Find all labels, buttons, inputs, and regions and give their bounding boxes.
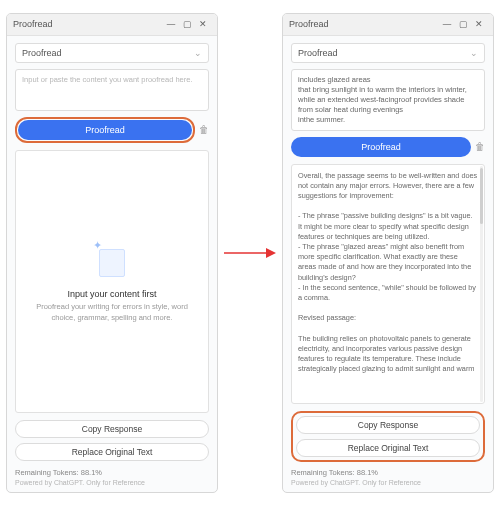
window-title: Proofread	[13, 19, 163, 29]
close-icon[interactable]: ✕	[195, 19, 211, 29]
arrow-icon	[224, 245, 276, 261]
highlight-proofread: Proofread	[15, 117, 195, 143]
copy-response-button[interactable]: Copy Response	[15, 420, 209, 438]
result-area: ✦ Input your content first Proofread you…	[15, 150, 209, 413]
remaining-tokens: Remaining Tokens: 88.1%	[15, 468, 209, 477]
panel-after: Proofread — ▢ ✕ Proofread ⌄ includes gla…	[282, 13, 494, 493]
remaining-tokens: Remaining Tokens: 88.1%	[291, 468, 485, 477]
svg-marker-1	[266, 248, 276, 258]
mode-select-label: Proofread	[298, 48, 470, 58]
chevron-down-icon: ⌄	[470, 48, 478, 58]
copy-response-button[interactable]: Copy Response	[296, 416, 480, 434]
maximize-icon[interactable]: ▢	[179, 19, 195, 29]
proofread-button[interactable]: Proofread	[291, 137, 471, 157]
maximize-icon[interactable]: ▢	[455, 19, 471, 29]
panel-before: Proofread — ▢ ✕ Proofread ⌄ Input or pas…	[6, 13, 218, 493]
result-area: Overall, the passage seems to be well-wr…	[291, 164, 485, 404]
result-text: Overall, the passage seems to be well-wr…	[298, 171, 478, 375]
input-text: includes glazed areas that bring sunligh…	[298, 75, 469, 125]
minimize-icon[interactable]: —	[439, 19, 455, 29]
minimize-icon[interactable]: —	[163, 19, 179, 29]
content-input[interactable]: Input or paste the content you want proo…	[15, 69, 209, 111]
replace-original-button[interactable]: Replace Original Text	[15, 443, 209, 461]
empty-subtitle: Proofread your writing for errors in sty…	[22, 302, 202, 322]
mode-select[interactable]: Proofread ⌄	[291, 43, 485, 63]
highlight-actions: Copy Response Replace Original Text	[291, 411, 485, 462]
scrollbar-thumb[interactable]	[480, 168, 483, 224]
arrow-between	[218, 245, 282, 261]
close-icon[interactable]: ✕	[471, 19, 487, 29]
empty-title: Input your content first	[67, 289, 156, 299]
replace-original-button[interactable]: Replace Original Text	[296, 439, 480, 457]
proofread-button[interactable]: Proofread	[18, 120, 192, 140]
mode-select-label: Proofread	[22, 48, 194, 58]
trash-icon[interactable]: 🗑	[475, 141, 485, 152]
titlebar: Proofread — ▢ ✕	[283, 14, 493, 36]
mode-select[interactable]: Proofread ⌄	[15, 43, 209, 63]
action-buttons: Copy Response Replace Original Text	[15, 420, 209, 461]
window-title: Proofread	[289, 19, 439, 29]
chevron-down-icon: ⌄	[194, 48, 202, 58]
empty-illustration: ✦	[91, 239, 133, 281]
powered-by: Powered by ChatGPT. Only for Reference	[291, 479, 485, 486]
titlebar: Proofread — ▢ ✕	[7, 14, 217, 36]
input-placeholder: Input or paste the content you want proo…	[22, 75, 193, 84]
content-input[interactable]: includes glazed areas that bring sunligh…	[291, 69, 485, 131]
powered-by: Powered by ChatGPT. Only for Reference	[15, 479, 209, 486]
scrollbar[interactable]	[480, 166, 483, 402]
trash-icon[interactable]: 🗑	[199, 124, 209, 135]
